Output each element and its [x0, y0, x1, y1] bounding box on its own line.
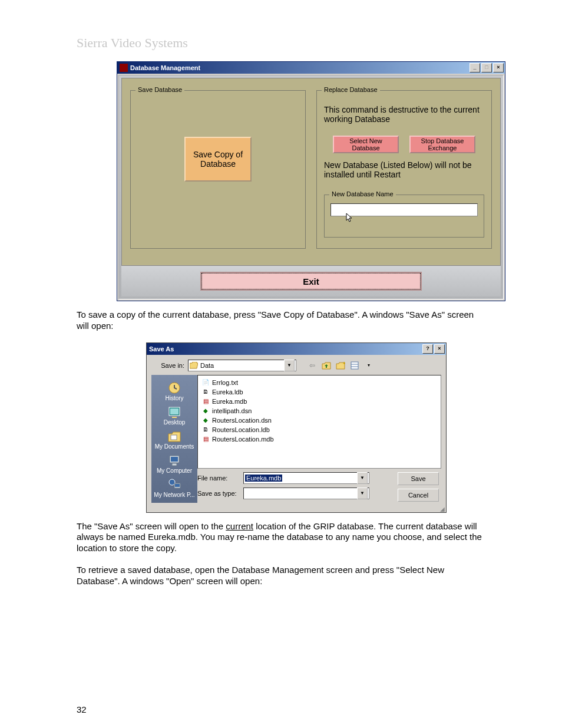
text-file-icon: 📄 [201, 378, 210, 387]
save-in-label: Save in: [151, 362, 184, 369]
desktop-icon [166, 405, 183, 419]
list-item[interactable]: ▤Eureka.mdb [201, 397, 437, 406]
chevron-down-icon[interactable]: ▼ [357, 487, 368, 499]
save-database-group-label: Save Database [135, 86, 184, 93]
mdb-file-icon: ▤ [201, 435, 210, 443]
save-copy-button[interactable]: Save Copy of Database [184, 137, 252, 182]
folder-open-icon [190, 362, 198, 369]
places-mydocs[interactable]: My Documents [151, 428, 197, 450]
places-history[interactable]: History [151, 380, 197, 401]
views-icon[interactable] [349, 360, 360, 371]
up-folder-icon[interactable] [321, 360, 332, 371]
dsn-file-icon: ◆ [201, 416, 210, 424]
page-number: 32 [77, 704, 527, 714]
history-icon [166, 381, 183, 395]
places-mydocs-label: My Documents [155, 443, 194, 450]
replace-database-group: Replace Database This command is destruc… [316, 90, 492, 249]
list-item[interactable]: ▤RoutersLocation.mdb [201, 434, 437, 444]
list-item[interactable]: 📄Errlog.txt [201, 378, 437, 387]
list-item[interactable]: ◆RoutersLocation.dsn [201, 416, 437, 425]
ldb-file-icon: 🗎 [201, 388, 210, 396]
save-database-group: Save Database Save Copy of Database [130, 90, 306, 249]
places-desktop[interactable]: Desktop [151, 404, 197, 426]
svg-rect-10 [172, 463, 177, 466]
filename-input[interactable]: Eureka.mdb ▼ [243, 472, 369, 484]
list-item[interactable]: ◆intellipath.dsn [201, 406, 437, 416]
save-as-title: Save As [149, 345, 174, 353]
select-new-database-button[interactable]: Select New Database [333, 136, 399, 153]
new-folder-icon[interactable]: ✶ [335, 360, 346, 371]
db-mgmt-window: Database Management _ □ × Save Database … [117, 61, 505, 301]
close-button[interactable]: × [434, 344, 445, 354]
saveastype-label: Save as type: [197, 490, 239, 497]
resize-grip-icon[interactable]: ◢ [147, 508, 446, 512]
close-button[interactable]: × [493, 63, 504, 73]
save-as-titlebar: Save As ? × [147, 343, 446, 355]
svg-rect-13 [175, 484, 180, 487]
file-list[interactable]: 📄Errlog.txt 🗎Eureka.ldb ▤Eureka.mdb ◆int… [197, 375, 441, 469]
exit-button[interactable]: Exit [201, 273, 421, 289]
paragraph-2: The "Save As" screen will open to the cu… [77, 521, 483, 554]
paragraph-3: To retrieve a saved database, open the D… [77, 565, 483, 587]
chevron-down-icon[interactable]: ▼ [284, 360, 295, 371]
save-button[interactable]: Save [398, 472, 439, 485]
replace-database-group-label: Replace Database [322, 86, 380, 93]
filename-value: Eureka.mdb [245, 475, 282, 482]
doc-header: Sierra Video Systems [77, 35, 527, 51]
save-in-combo[interactable]: Data ▼ [188, 360, 296, 371]
svg-rect-6 [170, 409, 178, 414]
save-in-value: Data [200, 362, 214, 369]
svg-text:✶: ✶ [342, 361, 345, 366]
network-icon [166, 477, 183, 492]
chevron-down-icon[interactable]: ▼ [357, 472, 368, 484]
stop-database-exchange-button[interactable]: Stop Database Exchange [409, 136, 475, 153]
list-item[interactable]: 🗎RoutersLocation.ldb [201, 425, 437, 434]
destructive-warning: This command is destructive to the curre… [324, 105, 484, 124]
places-mynetwork[interactable]: My Network P... [151, 476, 197, 498]
maximize-button[interactable]: □ [481, 63, 492, 73]
places-history-label: History [165, 395, 183, 401]
list-item[interactable]: 🗎Eureka.ldb [201, 387, 437, 397]
new-database-name-label: New Database Name [329, 190, 396, 197]
mdb-file-icon: ▤ [201, 397, 210, 406]
app-icon [120, 64, 128, 72]
restart-note: New Database (Listed Below) will not be … [324, 160, 484, 179]
new-database-name-group: New Database Name [324, 195, 484, 238]
cancel-button[interactable]: Cancel [398, 489, 439, 502]
dsn-file-icon: ◆ [201, 407, 210, 415]
computer-icon [166, 453, 183, 467]
places-bar: History Desktop My Documents My Computer [151, 375, 197, 503]
minimize-button[interactable]: _ [470, 63, 480, 73]
svg-rect-1 [351, 362, 358, 369]
places-mycomputer[interactable]: My Computer [151, 452, 197, 474]
views-dropdown-icon[interactable]: ▾ [363, 360, 374, 371]
paragraph-1: To save a copy of the current database, … [77, 309, 483, 332]
save-as-dialog: Save As ? × Save in: Data ▼ ⇦ [146, 342, 447, 513]
saveastype-input[interactable]: ▼ [243, 487, 369, 499]
svg-rect-7 [171, 435, 177, 440]
mydocs-icon [166, 429, 183, 443]
filename-label: File name: [197, 475, 239, 482]
new-database-name-input[interactable] [330, 203, 478, 216]
ldb-file-icon: 🗎 [201, 426, 210, 434]
places-desktop-label: Desktop [164, 419, 186, 426]
back-icon[interactable]: ⇦ [307, 360, 318, 371]
places-mycomputer-label: My Computer [157, 467, 192, 474]
places-mynetwork-label: My Network P... [154, 492, 194, 498]
db-mgmt-title: Database Management [130, 64, 200, 71]
db-mgmt-titlebar: Database Management _ □ × [117, 62, 505, 74]
svg-rect-9 [171, 457, 178, 462]
help-button[interactable]: ? [422, 344, 433, 354]
